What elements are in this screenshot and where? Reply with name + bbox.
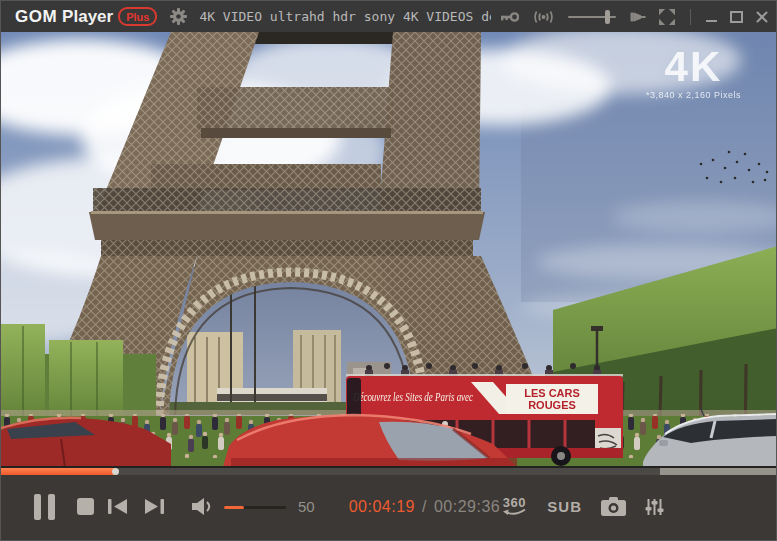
bus-slogan-text: Découvrez les Sites de Paris avec — [352, 389, 473, 404]
view-360-arrow-icon — [500, 508, 528, 517]
equalizer-button[interactable] — [645, 498, 664, 516]
subtitle-button[interactable]: SUB — [547, 498, 582, 515]
bus-brand-top-text: LES CARS — [524, 387, 580, 399]
titlebar-slider[interactable] — [568, 10, 616, 24]
window-title: 4K VIDEO ultrahd hdr sony 4K VIDEOS demo… — [199, 9, 491, 24]
settings-gear-icon[interactable] — [170, 8, 187, 25]
stop-icon — [77, 498, 94, 515]
progress-fill — [1, 468, 115, 475]
progress-handle[interactable] — [112, 468, 119, 475]
video-area[interactable]: Découvrez les Sites de Paris avec LES CA… — [1, 32, 776, 466]
titlebar-divider — [690, 9, 691, 25]
logo-gom: GOM — [15, 7, 57, 27]
pin-icon[interactable] — [629, 10, 646, 24]
video-frame: Découvrez les Sites de Paris avec LES CA… — [1, 32, 776, 466]
app-logo: GOM Player Plus — [15, 7, 157, 27]
previous-button[interactable] — [108, 498, 129, 515]
volume-value: 50 — [298, 498, 315, 515]
titlebar[interactable]: GOM Player Plus 4K VIDEO ultrahd hdr son… — [1, 1, 776, 32]
progress-bar[interactable] — [1, 468, 776, 475]
stop-button[interactable] — [77, 498, 94, 515]
pause-icon — [34, 494, 55, 520]
time-separator: / — [422, 498, 427, 516]
time-current: 00:04:19 — [349, 498, 415, 516]
view-360-label: 360 — [503, 497, 526, 508]
volume-fill — [224, 506, 244, 509]
gom-player-window: GOM Player Plus 4K VIDEO ultrahd hdr son… — [0, 0, 777, 541]
maximize-button[interactable] — [730, 11, 743, 23]
close-button[interactable] — [756, 11, 768, 23]
time-display: 00:04:19 / 00:29:36 — [349, 498, 501, 516]
previous-icon — [108, 498, 129, 515]
next-icon — [143, 498, 164, 515]
snapshot-button[interactable] — [601, 497, 626, 516]
right-tools: 360 SUB — [500, 497, 776, 517]
titlebar-slider-handle[interactable] — [605, 10, 610, 24]
speaker-icon — [191, 497, 214, 516]
fullscreen-expand-icon[interactable] — [659, 9, 675, 25]
control-lock-key-icon[interactable] — [499, 11, 519, 23]
volume-slider[interactable] — [224, 501, 286, 513]
equalizer-icon — [645, 498, 664, 516]
bus-brand-bottom-text: ROUGES — [528, 399, 576, 411]
time-total: 00:29:36 — [434, 498, 500, 516]
control-bar: 50 00:04:19 / 00:29:36 360 SUB — [1, 466, 776, 540]
next-button[interactable] — [143, 498, 164, 515]
volume-mute-button[interactable] — [191, 497, 214, 516]
broadcast-icon[interactable] — [532, 10, 555, 24]
controls-row: 50 00:04:19 / 00:29:36 360 SUB — [1, 475, 776, 540]
logo-player: Player — [62, 7, 113, 27]
view-360-button[interactable]: 360 — [500, 497, 528, 517]
play-pause-button[interactable] — [34, 494, 55, 520]
plus-badge: Plus — [118, 7, 157, 26]
camera-icon — [601, 497, 626, 516]
progress-buffer — [660, 468, 776, 475]
minimize-button[interactable] — [706, 12, 717, 22]
